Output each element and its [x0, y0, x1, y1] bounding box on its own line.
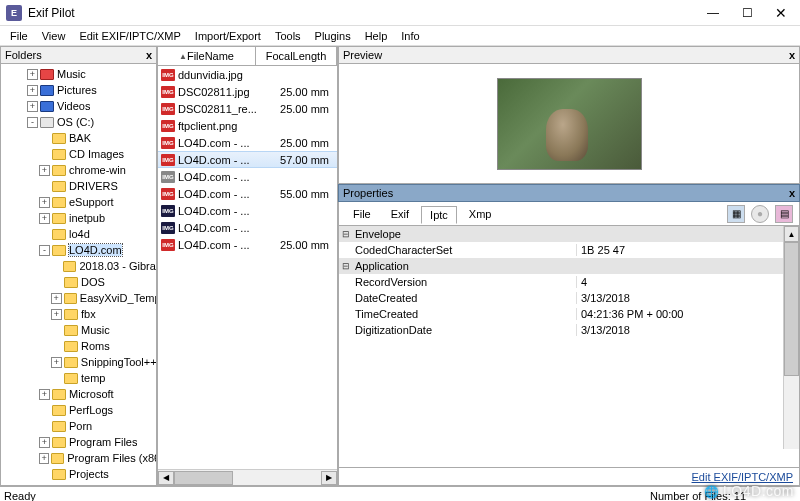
horizontal-scrollbar[interactable]: ◀ ▶	[158, 469, 337, 485]
property-group[interactable]: ⊟Application	[339, 258, 799, 274]
menu-import-export[interactable]: Import/Export	[189, 28, 267, 44]
tree-item[interactable]: Projects	[1, 466, 156, 482]
tab-xmp[interactable]: Xmp	[461, 206, 500, 222]
expand-icon[interactable]: +	[39, 453, 49, 464]
expand-icon[interactable]: +	[51, 357, 62, 368]
folder-icon	[40, 117, 54, 128]
menu-info[interactable]: Info	[395, 28, 425, 44]
file-row[interactable]: IMGddunvidia.jpg	[158, 66, 337, 83]
tree-item[interactable]: Porn	[1, 418, 156, 434]
tree-item[interactable]: temp	[1, 370, 156, 386]
vscroll-thumb[interactable]	[784, 242, 799, 376]
tab-iptc[interactable]: Iptc	[421, 206, 457, 224]
file-row[interactable]: IMGftpclient.png	[158, 117, 337, 134]
collapse-icon[interactable]: -	[39, 245, 50, 256]
file-row[interactable]: IMGLO4D.com - ...	[158, 219, 337, 236]
tree-item[interactable]: +EasyXviD_Temp	[1, 290, 156, 306]
tree-item[interactable]: +chrome-win	[1, 162, 156, 178]
menu-help[interactable]: Help	[359, 28, 394, 44]
expand-icon[interactable]: +	[39, 213, 50, 224]
file-list-body[interactable]: IMGddunvidia.jpgIMGDSC02811.jpg25.00 mmI…	[158, 66, 338, 486]
property-row[interactable]: RecordVersion4	[339, 274, 799, 290]
expand-icon[interactable]: +	[39, 165, 50, 176]
tree-item[interactable]: +fbx	[1, 306, 156, 322]
menu-file[interactable]: File	[4, 28, 34, 44]
tab-file[interactable]: File	[345, 206, 379, 222]
tree-item[interactable]: lo4d	[1, 226, 156, 242]
expand-icon[interactable]: +	[51, 309, 62, 320]
menu-plugins[interactable]: Plugins	[309, 28, 357, 44]
preview-close-icon[interactable]: x	[789, 49, 795, 61]
collapse-icon[interactable]: -	[27, 117, 38, 128]
tree-item[interactable]: Roms	[1, 338, 156, 354]
tree-item[interactable]: BAK	[1, 130, 156, 146]
file-row[interactable]: IMGLO4D.com - ...25.00 mm	[158, 134, 337, 151]
menu-edit-exif[interactable]: Edit EXIF/IPTC/XMP	[73, 28, 186, 44]
file-row[interactable]: IMGLO4D.com - ...25.00 mm	[158, 236, 337, 253]
tool-grid-icon[interactable]: ▦	[727, 205, 745, 223]
property-row[interactable]: DigitizationDate3/13/2018	[339, 322, 799, 338]
collapse-group-icon[interactable]: ⊟	[339, 261, 353, 271]
maximize-button[interactable]: ☐	[730, 2, 764, 24]
expand-spacer	[39, 133, 50, 144]
tree-item[interactable]: +eSupport	[1, 194, 156, 210]
folders-close-icon[interactable]: x	[146, 49, 152, 61]
tree-item[interactable]: Sandbox	[1, 482, 156, 486]
menu-tools[interactable]: Tools	[269, 28, 307, 44]
tree-item-label: Microsoft	[69, 388, 114, 400]
folder-tree[interactable]: +Music+Pictures+Videos-OS (C:) BAK CD Im…	[0, 64, 157, 486]
tree-item[interactable]: DRIVERS	[1, 178, 156, 194]
folders-panel: Folders x +Music+Pictures+Videos-OS (C:)…	[0, 46, 158, 486]
expand-icon[interactable]: +	[27, 85, 38, 96]
tree-item[interactable]: +Music	[1, 66, 156, 82]
file-row[interactable]: IMGLO4D.com - ...	[158, 202, 337, 219]
scroll-left-button[interactable]: ◀	[158, 471, 174, 485]
tree-item[interactable]: -OS (C:)	[1, 114, 156, 130]
tab-exif[interactable]: Exif	[383, 206, 417, 222]
expand-icon[interactable]: +	[51, 293, 62, 304]
scroll-thumb[interactable]	[174, 471, 233, 485]
edit-exif-link[interactable]: Edit EXIF/IPTC/XMP	[692, 471, 793, 483]
property-row[interactable]: DateCreated3/13/2018	[339, 290, 799, 306]
tree-item[interactable]: Music	[1, 322, 156, 338]
expand-icon[interactable]: +	[27, 101, 38, 112]
close-button[interactable]: ✕	[764, 2, 798, 24]
tool-props-icon[interactable]: ▤	[775, 205, 793, 223]
property-row[interactable]: CodedCharacterSet1B 25 47	[339, 242, 799, 258]
tree-item[interactable]: +Videos	[1, 98, 156, 114]
tree-item[interactable]: +Microsoft	[1, 386, 156, 402]
tree-item[interactable]: PerfLogs	[1, 402, 156, 418]
file-row[interactable]: IMGDSC02811.jpg25.00 mm	[158, 83, 337, 100]
tool-circle-icon[interactable]: ●	[751, 205, 769, 223]
tree-item[interactable]: +Pictures	[1, 82, 156, 98]
column-filename[interactable]: ▲ FileName	[158, 47, 256, 65]
expand-icon[interactable]: +	[27, 69, 38, 80]
scroll-right-button[interactable]: ▶	[321, 471, 337, 485]
vertical-scrollbar[interactable]: ▲	[783, 226, 799, 449]
tree-item[interactable]: 2018.03 - Gibralt	[1, 258, 156, 274]
tree-item[interactable]: CD Images	[1, 146, 156, 162]
file-row[interactable]: IMGLO4D.com - ...57.00 mm	[158, 151, 337, 168]
file-row[interactable]: IMGLO4D.com - ...55.00 mm	[158, 185, 337, 202]
properties-close-icon[interactable]: x	[789, 187, 795, 199]
tree-item[interactable]: +Program Files	[1, 434, 156, 450]
file-row[interactable]: IMGDSC02811_re...25.00 mm	[158, 100, 337, 117]
column-focallength[interactable]: FocalLength	[256, 47, 337, 65]
properties-grid[interactable]: ⊟EnvelopeCodedCharacterSet1B 25 47⊟Appli…	[338, 226, 800, 468]
minimize-button[interactable]: —	[696, 2, 730, 24]
file-row[interactable]: IMGLO4D.com - ...	[158, 168, 337, 185]
tree-item[interactable]: +SnippingTool++	[1, 354, 156, 370]
tree-item[interactable]: -LO4D.com	[1, 242, 156, 258]
tree-item[interactable]: +inetpub	[1, 210, 156, 226]
expand-icon[interactable]: +	[39, 389, 50, 400]
property-group[interactable]: ⊟Envelope	[339, 226, 799, 242]
tree-item[interactable]: +Program Files (x86)	[1, 450, 156, 466]
tree-item-label: PerfLogs	[69, 404, 113, 416]
expand-icon[interactable]: +	[39, 437, 50, 448]
collapse-group-icon[interactable]: ⊟	[339, 229, 353, 239]
scroll-up-button[interactable]: ▲	[784, 226, 799, 242]
expand-icon[interactable]: +	[39, 197, 50, 208]
tree-item[interactable]: DOS	[1, 274, 156, 290]
property-row[interactable]: TimeCreated04:21:36 PM + 00:00	[339, 306, 799, 322]
menu-view[interactable]: View	[36, 28, 72, 44]
